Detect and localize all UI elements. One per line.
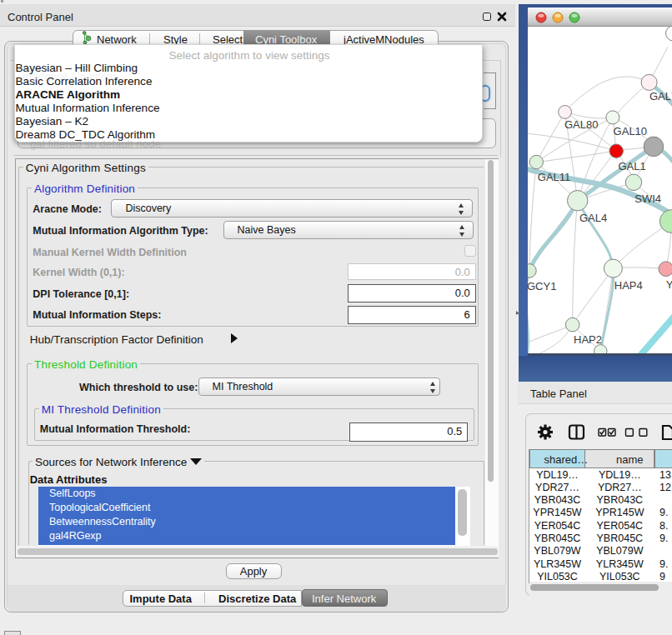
- svg-text:Y: Y: [666, 278, 672, 290]
- svg-text:GAL10: GAL10: [614, 125, 647, 138]
- svg-text:GAL80: GAL80: [564, 118, 598, 131]
- svg-text:GCY1: GCY1: [528, 280, 556, 292]
- svg-text:SWI4: SWI4: [634, 192, 661, 205]
- svg-text:HAP2: HAP2: [574, 332, 602, 345]
- svg-text:GAL11: GAL11: [538, 170, 571, 182]
- svg-text:GAL1: GAL1: [618, 160, 645, 172]
- svg-text:GAL4: GAL4: [579, 212, 607, 224]
- svg-text:GAL7: GAL7: [649, 89, 672, 102]
- svg-text:HAP4: HAP4: [614, 279, 643, 292]
